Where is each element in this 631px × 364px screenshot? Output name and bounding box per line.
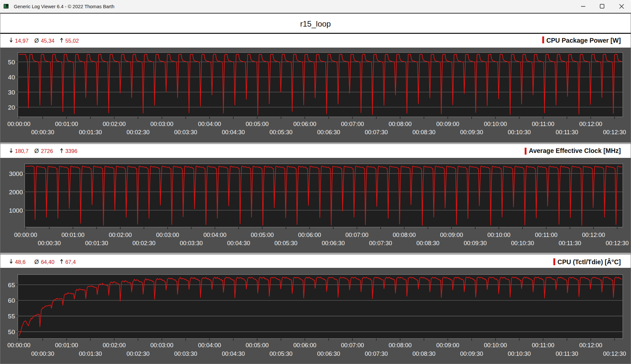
svg-text:00:03:00: 00:03:00 [150, 342, 173, 349]
svg-text:00:09:00: 00:09:00 [436, 342, 459, 349]
svg-text:00:12:30: 00:12:30 [603, 129, 626, 136]
svg-text:00:00:30: 00:00:30 [31, 351, 54, 357]
svg-text:00:11:00: 00:11:00 [532, 342, 554, 349]
svg-text:Generic Log Viewer 6.4 - © 202: Generic Log Viewer 6.4 - © 2022 Thomas B… [14, 4, 114, 9]
svg-text:00:04:00: 00:04:00 [198, 342, 221, 349]
svg-text:00:04:00: 00:04:00 [203, 232, 226, 238]
svg-text:00:03:30: 00:03:30 [180, 240, 203, 246]
svg-text:00:11:30: 00:11:30 [556, 351, 578, 357]
svg-text:00:02:00: 00:02:00 [103, 121, 126, 127]
svg-text:00:05:00: 00:05:00 [251, 232, 274, 238]
svg-text:00:10:00: 00:10:00 [487, 232, 510, 238]
svg-text:3396: 3396 [65, 148, 78, 154]
svg-text:20: 20 [8, 104, 15, 111]
svg-text:00:00:00: 00:00:00 [14, 232, 37, 238]
svg-text:Ø: Ø [35, 148, 39, 154]
svg-text:14,97: 14,97 [15, 38, 29, 44]
svg-text:00:05:30: 00:05:30 [269, 351, 292, 357]
svg-text:00:01:30: 00:01:30 [79, 351, 102, 357]
svg-text:00:03:30: 00:03:30 [174, 129, 197, 136]
svg-text:CPU Package Power [W]: CPU Package Power [W] [547, 37, 621, 44]
svg-text:00:06:00: 00:06:00 [293, 121, 316, 127]
svg-text:67,4: 67,4 [65, 259, 76, 265]
svg-text:00:00:30: 00:00:30 [38, 240, 61, 246]
svg-text:00:05:00: 00:05:00 [245, 342, 269, 349]
svg-text:00:08:30: 00:08:30 [416, 240, 439, 246]
svg-text:00:11:00: 00:11:00 [535, 232, 558, 238]
svg-text:65: 65 [8, 282, 15, 289]
svg-text:00:08:00: 00:08:00 [388, 121, 411, 127]
svg-text:00:12:30: 00:12:30 [606, 240, 629, 246]
svg-text:00:08:30: 00:08:30 [412, 129, 435, 136]
svg-text:Ø: Ø [35, 259, 39, 265]
svg-text:00:07:00: 00:07:00 [341, 121, 364, 127]
svg-text:00:10:30: 00:10:30 [508, 129, 531, 136]
svg-text:00:03:00: 00:03:00 [156, 232, 179, 238]
svg-text:00:02:30: 00:02:30 [132, 240, 155, 246]
svg-text:00:08:30: 00:08:30 [412, 351, 435, 357]
svg-text:00:08:00: 00:08:00 [393, 232, 416, 238]
svg-text:00:09:00: 00:09:00 [440, 232, 463, 238]
svg-text:00:11:00: 00:11:00 [532, 121, 554, 127]
svg-text:00:05:30: 00:05:30 [274, 240, 297, 246]
svg-text:1000: 1000 [9, 207, 23, 214]
svg-text:Average Effective Clock [MHz]: Average Effective Clock [MHz] [529, 147, 621, 154]
svg-text:00:12:00: 00:12:00 [579, 342, 602, 349]
svg-text:00:12:00: 00:12:00 [582, 232, 605, 238]
svg-text:00:04:30: 00:04:30 [222, 129, 245, 136]
svg-text:3000: 3000 [9, 170, 23, 177]
svg-text:45,34: 45,34 [41, 38, 54, 44]
svg-text:64,40: 64,40 [41, 259, 54, 265]
svg-text:00:09:30: 00:09:30 [460, 351, 483, 357]
svg-text:00:04:30: 00:04:30 [227, 240, 250, 246]
svg-text:00:06:30: 00:06:30 [317, 351, 340, 357]
svg-text:00:10:00: 00:10:00 [484, 342, 507, 349]
svg-text:50: 50 [8, 329, 15, 335]
svg-text:00:06:00: 00:06:00 [298, 232, 321, 238]
svg-text:00:10:30: 00:10:30 [511, 240, 534, 246]
svg-text:40: 40 [8, 74, 15, 81]
svg-text:00:01:30: 00:01:30 [85, 240, 108, 246]
svg-text:00:07:30: 00:07:30 [369, 240, 392, 246]
svg-text:r15_loop: r15_loop [300, 19, 331, 28]
svg-text:48,6: 48,6 [15, 259, 26, 265]
svg-text:30: 30 [8, 89, 15, 96]
svg-text:00:05:30: 00:05:30 [269, 129, 292, 136]
svg-text:00:12:30: 00:12:30 [603, 351, 626, 357]
svg-text:55,02: 55,02 [65, 38, 79, 44]
svg-text:00:09:30: 00:09:30 [460, 129, 483, 136]
svg-text:00:05:00: 00:05:00 [245, 121, 269, 127]
svg-text:00:09:30: 00:09:30 [464, 240, 487, 246]
svg-text:00:02:30: 00:02:30 [127, 351, 150, 357]
svg-text:00:06:00: 00:06:00 [293, 342, 316, 349]
svg-text:180,7: 180,7 [15, 148, 29, 154]
svg-text:00:06:30: 00:06:30 [317, 129, 340, 136]
svg-text:00:00:30: 00:00:30 [31, 129, 54, 136]
svg-text:00:04:30: 00:04:30 [222, 351, 245, 357]
svg-text:CPU (Tctl/Tdie) [Â°C]: CPU (Tctl/Tdie) [Â°C] [557, 258, 621, 266]
svg-text:00:11:30: 00:11:30 [556, 129, 578, 136]
svg-text:50: 50 [8, 59, 15, 66]
svg-text:00:08:00: 00:08:00 [388, 342, 411, 349]
svg-text:55: 55 [8, 313, 15, 320]
svg-text:00:07:30: 00:07:30 [365, 351, 388, 357]
svg-text:00:03:30: 00:03:30 [174, 351, 197, 357]
svg-text:60: 60 [8, 297, 15, 304]
svg-text:00:10:00: 00:10:00 [484, 121, 507, 127]
svg-text:00:01:00: 00:01:00 [61, 232, 84, 238]
svg-text:00:12:00: 00:12:00 [579, 121, 602, 127]
svg-text:2726: 2726 [41, 148, 53, 154]
svg-text:00:01:30: 00:01:30 [79, 129, 102, 136]
svg-text:00:04:00: 00:04:00 [198, 121, 221, 127]
svg-text:Ø: Ø [35, 37, 39, 44]
svg-text:00:07:00: 00:07:00 [341, 342, 364, 349]
svg-text:00:01:00: 00:01:00 [55, 121, 78, 127]
svg-text:00:02:30: 00:02:30 [127, 129, 150, 136]
svg-text:00:02:00: 00:02:00 [109, 232, 132, 238]
svg-text:00:07:30: 00:07:30 [365, 129, 388, 136]
svg-text:00:11:30: 00:11:30 [559, 240, 581, 246]
svg-text:00:01:00: 00:01:00 [55, 342, 78, 349]
svg-text:00:07:00: 00:07:00 [345, 232, 368, 238]
svg-text:00:00:00: 00:00:00 [7, 121, 30, 127]
svg-text:00:03:00: 00:03:00 [150, 121, 173, 127]
